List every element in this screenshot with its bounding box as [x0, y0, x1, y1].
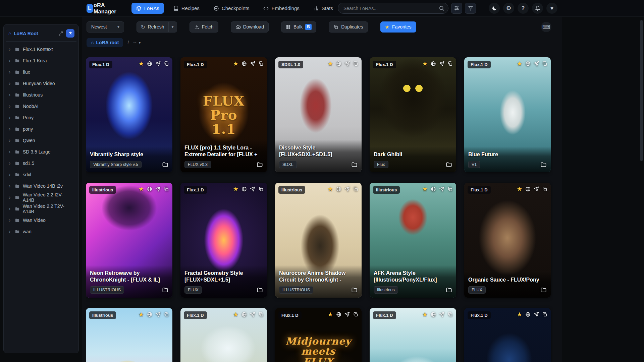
open-folder-icon[interactable] [257, 162, 263, 168]
lora-card[interactable]: Flux.1 D ★ Fractal Geometry Style [FLUX+… [180, 183, 267, 298]
favorite-star-icon[interactable]: ★ [422, 186, 428, 192]
chevron-right-icon[interactable]: › [9, 183, 12, 189]
copy-icon[interactable] [353, 312, 358, 317]
sort-options-button[interactable] [451, 3, 462, 14]
globe-icon[interactable] [336, 312, 341, 317]
chevron-right-icon[interactable]: › [9, 149, 12, 155]
chevron-right-icon[interactable]: › [9, 92, 12, 98]
favorite-star-icon[interactable]: ★ [422, 311, 428, 317]
theme-toggle-button[interactable] [489, 3, 500, 14]
copy-icon[interactable] [542, 61, 547, 66]
pin-sidebar-button[interactable] [66, 29, 74, 38]
favorite-star-icon[interactable]: ★ [139, 311, 144, 317]
copy-icon[interactable] [542, 312, 547, 317]
nav-tab-checkpoints[interactable]: Checkpoints [209, 3, 254, 14]
notifications-button[interactable] [532, 3, 543, 14]
open-folder-icon[interactable] [351, 162, 358, 168]
chevron-right-icon[interactable]: › [9, 126, 12, 132]
open-folder-icon[interactable] [446, 162, 452, 168]
globe-icon[interactable] [431, 61, 436, 66]
chevron-right-icon[interactable]: › [9, 172, 12, 177]
chevron-right-icon[interactable]: › [9, 229, 12, 234]
breadcrumb-root[interactable]: ⌂ LoRA root [87, 38, 123, 47]
nav-tab-stats[interactable]: Stats [309, 3, 338, 14]
favorite-star-icon[interactable]: ★ [233, 186, 238, 192]
scrollbar-thumb[interactable] [640, 20, 643, 161]
sidebar-folder-item[interactable]: › Wan Video 2.2 T2V-A14B [6, 203, 76, 215]
chevron-right-icon[interactable]: › [9, 195, 12, 200]
refresh-button[interactable]: ↻ Refresh [137, 22, 168, 32]
copy-icon[interactable] [447, 61, 453, 66]
sidebar-folder-item[interactable]: › Qwen [6, 135, 76, 146]
globe-icon[interactable] [525, 61, 531, 66]
chevron-right-icon[interactable]: › [9, 69, 12, 75]
send-icon[interactable] [155, 186, 161, 192]
favorite-star-icon[interactable]: ★ [422, 61, 428, 67]
open-folder-icon[interactable] [162, 162, 168, 168]
copy-icon[interactable] [164, 312, 169, 317]
open-folder-icon[interactable] [257, 287, 263, 293]
download-button[interactable]: Download [231, 21, 269, 33]
refresh-menu-button[interactable]: ▾ [168, 22, 177, 32]
send-icon[interactable] [155, 312, 161, 317]
sidebar-folder-item[interactable]: › sdxl [6, 169, 76, 180]
copy-icon[interactable] [258, 312, 264, 317]
chevron-right-icon[interactable]: › [9, 161, 12, 166]
sidebar-folder-item[interactable]: › wan [6, 226, 76, 237]
lora-card[interactable]: Flux.1 D ★ Blue Future V1 [464, 57, 551, 172]
search-input[interactable] [338, 3, 448, 14]
globe-icon[interactable] [525, 186, 531, 192]
favorite-star-icon[interactable]: ★ [233, 311, 238, 317]
sidebar-folder-item[interactable]: › Pony [6, 112, 76, 123]
keyboard-shortcuts-button[interactable]: ⌨ [541, 22, 551, 32]
copy-icon[interactable] [164, 61, 169, 66]
send-icon[interactable] [439, 186, 444, 192]
globe-icon[interactable] [336, 186, 341, 192]
favorites-filter-button[interactable]: ★ Favorites [380, 21, 416, 33]
favorite-star-icon[interactable]: ★ [328, 186, 333, 192]
copy-icon[interactable] [258, 186, 264, 192]
globe-icon[interactable] [147, 61, 152, 66]
search-icon[interactable] [439, 5, 444, 11]
app-logo[interactable]: L oRA Manager [87, 2, 119, 15]
globe-icon[interactable] [431, 186, 436, 192]
lora-card[interactable]: Flux.1 D ★ [180, 308, 267, 362]
open-folder-icon[interactable] [540, 287, 547, 293]
globe-icon[interactable] [147, 186, 152, 192]
chevron-right-icon[interactable]: › [9, 115, 12, 120]
copy-icon[interactable] [542, 186, 547, 192]
sidebar-folder-item[interactable]: › Wan Video 2.2 I2V-A14B [6, 192, 76, 203]
favorite-star-icon[interactable]: ★ [517, 61, 522, 67]
globe-icon[interactable] [241, 186, 247, 192]
sidebar-folder-item[interactable]: › Wan Video [6, 215, 76, 226]
chevron-right-icon[interactable]: › [9, 47, 12, 52]
globe-icon[interactable] [241, 61, 247, 66]
sidebar-folder-item[interactable]: › pony [6, 123, 76, 135]
globe-icon[interactable] [431, 312, 436, 317]
sidebar-folder-item[interactable]: › Flux.1 Krea [6, 55, 76, 66]
chevron-right-icon[interactable]: › [9, 104, 12, 109]
send-icon[interactable] [250, 312, 255, 317]
settings-button[interactable]: ⚙ [503, 3, 514, 14]
favorite-star-icon[interactable]: ★ [517, 311, 522, 317]
copy-icon[interactable] [164, 186, 169, 192]
chevron-right-icon[interactable]: › [9, 58, 12, 63]
nav-tab-recipes[interactable]: Recipes [169, 3, 204, 14]
copy-icon[interactable] [353, 186, 358, 192]
copy-icon[interactable] [447, 186, 453, 192]
send-icon[interactable] [344, 312, 350, 317]
sidebar-folder-item[interactable]: › Flux.1 Kontext [6, 44, 76, 55]
send-icon[interactable] [439, 312, 444, 317]
expand-all-icon[interactable] [58, 31, 63, 36]
chevron-right-icon[interactable]: › [9, 206, 12, 212]
send-icon[interactable] [155, 61, 161, 66]
send-icon[interactable] [534, 61, 539, 66]
lora-card[interactable]: Flux.1 D ★ Dark Ghibli Flux [370, 57, 456, 172]
favorites-heart-button[interactable]: ♥ [546, 3, 557, 14]
send-icon[interactable] [439, 61, 444, 66]
globe-icon[interactable] [525, 312, 531, 317]
sidebar-folder-item[interactable]: › SD 3.5 Large [6, 146, 76, 158]
open-folder-icon[interactable] [162, 287, 168, 293]
copy-icon[interactable] [258, 61, 264, 66]
lora-card[interactable]: Illustrious ★ AFK Arena Style [Illustrio… [370, 183, 456, 298]
